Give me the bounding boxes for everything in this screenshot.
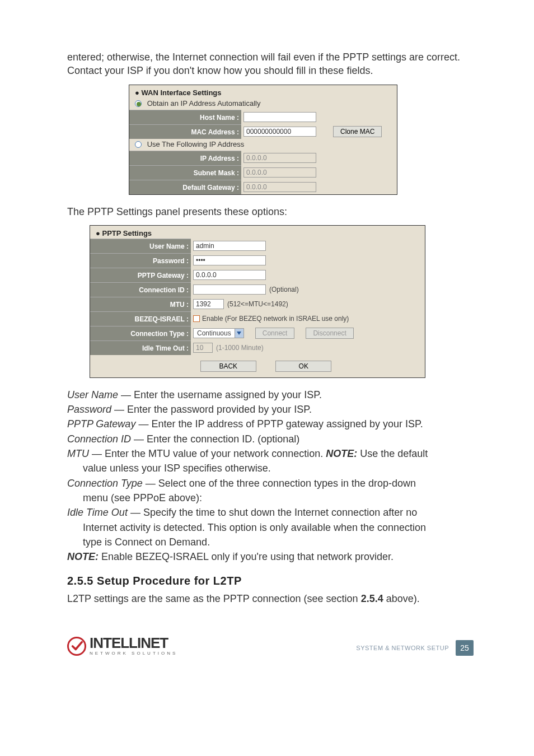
footer-section-label: SYSTEM & NETWORK SETUP (356, 645, 449, 651)
definitions-block: User Name — Enter the username assigned … (67, 388, 478, 564)
brand-logo: INTELLINET NETWORK SOLUTIONS (67, 637, 177, 656)
action-row: BACK OK (90, 355, 425, 377)
chevron-down-icon (235, 329, 243, 338)
obtain-auto-label: Obtain an IP Address Automatically (147, 99, 261, 108)
password-label: Password : (90, 253, 191, 268)
connection-id-label: Connection ID : (90, 282, 191, 297)
bezeq-text: Enable (For BEZEQ network in ISRAEL use … (202, 315, 349, 323)
connection-id-hint: (Optional) (269, 286, 299, 293)
mac-address-input[interactable] (243, 127, 316, 137)
bezeq-label: BEZEQ-ISRAEL : (90, 311, 191, 326)
idle-timeout-input (193, 343, 213, 353)
pptp-settings-panel: ● PPTP Settings User Name : Password : P… (90, 225, 425, 378)
section-heading: 2.5.5 Setup Procedure for L2TP (67, 575, 478, 587)
pptp-gateway-label: PPTP Gateway : (90, 268, 191, 282)
connection-id-input[interactable] (193, 284, 266, 295)
ok-button[interactable]: OK (275, 361, 331, 372)
page-number: 25 (456, 640, 474, 656)
bezeq-checkbox[interactable] (193, 315, 200, 322)
connect-button: Connect (255, 328, 295, 339)
user-name-input[interactable] (193, 241, 266, 251)
page-footer: INTELLINET NETWORK SOLUTIONS SYSTEM & NE… (67, 637, 478, 656)
subnet-mask-input (243, 167, 316, 178)
password-input[interactable] (193, 255, 266, 265)
obtain-auto-radio-row[interactable]: Obtain an IP Address Automatically (129, 98, 397, 110)
brand-name: INTELLINET (90, 637, 177, 650)
l2tp-paragraph: L2TP settings are the same as the PPTP c… (67, 592, 478, 605)
subnet-mask-label: Subnet Mask : (129, 165, 241, 180)
clone-mac-button[interactable]: Clone MAC (333, 126, 382, 137)
radio-unselected-icon (135, 141, 142, 148)
mtu-hint: (512<=MTU<=1492) (227, 300, 288, 308)
host-name-input[interactable] (243, 112, 316, 122)
back-button[interactable]: BACK (200, 361, 256, 372)
use-following-label: Use The Following IP Address (147, 140, 245, 148)
connection-type-label: Connection Type : (90, 326, 191, 340)
disconnect-button: Disconnect (306, 328, 353, 339)
use-following-radio-row[interactable]: Use The Following IP Address (129, 139, 397, 151)
idle-timeout-label: Idle Time Out : (90, 340, 191, 355)
connection-type-select[interactable]: Continuous (193, 328, 244, 338)
pptp-panel-title: ● PPTP Settings (90, 226, 425, 239)
mtu-label: MTU : (90, 297, 191, 311)
pptp-gateway-input[interactable] (193, 270, 266, 280)
intro-paragraph: entered; otherwise, the Internet connect… (67, 50, 478, 78)
pptp-intro-text: The PPTP Settings panel presents these o… (67, 205, 478, 218)
default-gateway-label: Default Gateway : (129, 180, 241, 194)
default-gateway-input (243, 182, 316, 192)
mac-address-label: MAC Address : (129, 124, 241, 139)
wan-settings-panel: ● WAN Interface Settings Obtain an IP Ad… (129, 85, 397, 195)
ip-address-input (243, 153, 316, 163)
brand-tagline: NETWORK SOLUTIONS (90, 651, 177, 656)
mtu-input[interactable] (193, 299, 224, 309)
check-circle-icon (67, 637, 86, 656)
radio-selected-icon (135, 100, 142, 107)
ip-address-label: IP Address : (129, 151, 241, 165)
host-name-label: Host Name : (129, 110, 241, 124)
svg-marker-0 (237, 332, 241, 335)
user-name-label: User Name : (90, 239, 191, 253)
wan-panel-title: ● WAN Interface Settings (129, 85, 397, 98)
idle-timeout-hint: (1-1000 Minute) (216, 344, 264, 352)
